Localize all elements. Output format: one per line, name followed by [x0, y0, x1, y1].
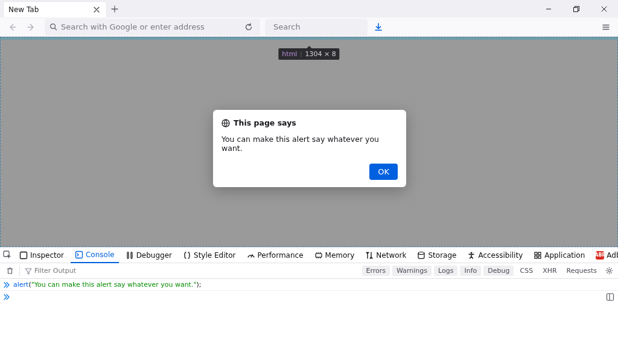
inspector-dimensions: 1304 × 8	[305, 50, 336, 58]
search-input[interactable]	[273, 22, 376, 31]
search-bar[interactable]	[265, 19, 368, 36]
element-picker-button[interactable]	[3, 248, 12, 263]
debugger-icon	[126, 251, 134, 260]
alert-ok-button[interactable]: OK	[369, 164, 398, 180]
tab-label: Performance	[258, 251, 304, 260]
application-icon	[534, 251, 542, 260]
svg-rect-11	[535, 252, 537, 255]
filter-errors[interactable]: Errors	[362, 266, 390, 276]
clear-console-button[interactable]	[2, 267, 17, 275]
code-fn: alert	[13, 281, 28, 289]
tab-label: Accessibility	[478, 251, 523, 260]
alert-actions: OK	[221, 164, 398, 180]
console-input-line[interactable]	[0, 291, 618, 303]
svg-point-22	[608, 270, 611, 272]
filter-input[interactable]	[34, 267, 119, 275]
gear-icon	[605, 267, 613, 275]
filter-wrap	[22, 267, 121, 275]
close-icon	[601, 6, 607, 12]
filter-xhr[interactable]: XHR	[539, 266, 560, 276]
window-close-button[interactable]	[590, 0, 618, 18]
svg-rect-6	[21, 252, 27, 258]
hamburger-icon	[602, 23, 610, 31]
tab-label: Console	[86, 251, 115, 259]
editor-toggle-icon	[606, 293, 614, 301]
tab-adblock[interactable]: ABP Adblock Plus	[591, 247, 618, 263]
close-icon	[94, 7, 100, 13]
code-string: "You can make this alert say whatever yo…	[31, 281, 197, 289]
filter-debug[interactable]: Debug	[483, 266, 514, 276]
svg-rect-23	[607, 294, 614, 301]
tab-application[interactable]: Application	[529, 247, 589, 263]
console-output-line: alert("You can make this alert say whate…	[0, 279, 618, 291]
console-settings-button[interactable]	[603, 267, 616, 275]
tab-label: Inspector	[30, 251, 64, 260]
tab-label: Style Editor	[194, 251, 235, 260]
forward-button[interactable]	[23, 19, 40, 36]
window-controls	[535, 0, 618, 18]
svg-rect-8	[316, 254, 322, 257]
svg-point-9	[418, 252, 424, 254]
tab-close-button[interactable]	[92, 5, 101, 14]
alert-message: You can make this alert say whatever you…	[221, 135, 398, 153]
window-minimize-button[interactable]	[535, 0, 562, 18]
accessibility-icon	[467, 251, 476, 260]
arrow-right-icon	[27, 22, 36, 32]
alert-title: This page says	[234, 118, 296, 127]
app-menu-button[interactable]	[597, 19, 614, 36]
storage-icon	[417, 251, 425, 260]
tab-label: Debugger	[136, 251, 172, 260]
downloads-button[interactable]	[370, 19, 387, 36]
reload-button[interactable]	[242, 21, 255, 34]
tab-inspector[interactable]: Inspector	[15, 247, 68, 263]
performance-icon	[247, 251, 255, 260]
inspector-tag: html	[282, 50, 297, 58]
plus-icon	[111, 5, 118, 13]
console-prompt-icon	[4, 282, 10, 288]
devtools-tabbar: Inspector Console Debugger Style Editor …	[0, 247, 618, 263]
inspector-dimension-tooltip: html 1304 × 8	[278, 48, 339, 60]
tab-memory[interactable]: Memory	[310, 247, 359, 263]
svg-rect-7	[75, 252, 82, 258]
new-tab-button[interactable]	[106, 1, 123, 18]
filter-css[interactable]: CSS	[516, 266, 537, 276]
back-button[interactable]	[4, 19, 21, 36]
network-icon	[365, 251, 374, 260]
alert-header: This page says	[221, 118, 398, 127]
search-icon	[49, 23, 57, 31]
tab-accessibility[interactable]: Accessibility	[463, 247, 527, 263]
window-maximize-button[interactable]	[562, 0, 590, 18]
tab-storage[interactable]: Storage	[413, 247, 460, 263]
memory-icon	[314, 251, 323, 260]
separator	[19, 266, 20, 276]
minimize-icon	[546, 6, 552, 12]
tab-console[interactable]: Console	[71, 248, 119, 263]
devtools-panel: Inspector Console Debugger Style Editor …	[0, 247, 618, 364]
editor-toggle-button[interactable]	[606, 293, 614, 301]
tab-label: Adblock Plus	[607, 251, 618, 260]
page-content: html 1304 × 8 This page says You can mak…	[0, 37, 618, 247]
tabs-area: New Tab	[0, 0, 535, 18]
maximize-icon	[573, 6, 579, 12]
separator	[301, 51, 301, 57]
url-input[interactable]	[61, 22, 238, 31]
console-filter-bar: Errors Warnings Logs Info Debug CSS XHR …	[0, 263, 618, 279]
window-titlebar: New Tab	[0, 0, 618, 18]
tab-network[interactable]: Network	[361, 247, 410, 263]
tab-title: New Tab	[8, 5, 92, 14]
tab-performance[interactable]: Performance	[243, 247, 308, 263]
filter-requests[interactable]: Requests	[563, 266, 600, 276]
nav-toolbar	[0, 18, 618, 37]
tab-style-editor[interactable]: Style Editor	[179, 247, 240, 263]
svg-rect-14	[538, 256, 541, 258]
url-bar[interactable]	[45, 19, 260, 36]
arrow-left-icon	[7, 22, 17, 32]
browser-tab[interactable]: New Tab	[4, 2, 106, 18]
filter-warnings[interactable]: Warnings	[392, 266, 432, 276]
svg-rect-1	[574, 7, 578, 11]
reload-icon	[244, 23, 253, 31]
filter-logs[interactable]: Logs	[434, 266, 457, 276]
filter-info[interactable]: Info	[460, 266, 481, 276]
tab-debugger[interactable]: Debugger	[121, 247, 176, 263]
svg-rect-13	[535, 256, 537, 258]
